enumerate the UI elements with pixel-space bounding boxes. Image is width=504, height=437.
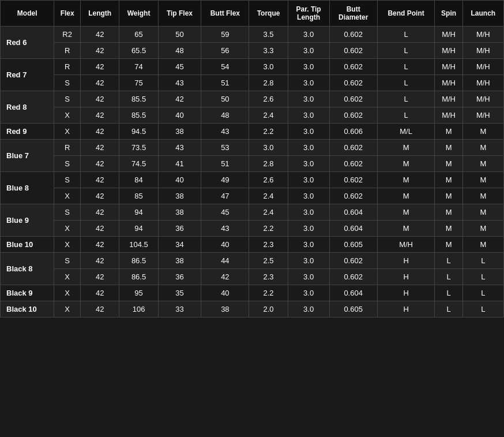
data-cell: 42	[80, 188, 119, 204]
data-cell: 34	[158, 237, 201, 253]
data-cell: L	[462, 301, 503, 318]
data-cell: 36	[158, 269, 201, 285]
data-cell: X	[54, 188, 81, 204]
data-cell: 51	[201, 75, 249, 91]
data-cell: M	[435, 188, 462, 204]
data-cell: L	[435, 301, 462, 318]
data-cell: 0.602	[329, 91, 377, 107]
data-cell: 106	[119, 301, 158, 318]
data-cell: M	[462, 172, 503, 188]
data-cell: H	[377, 253, 435, 269]
data-cell: M	[435, 156, 462, 172]
data-cell: 0.602	[329, 172, 377, 188]
table-row: Black 10X4210633382.03.00.605HLL	[1, 301, 504, 318]
data-cell: 38	[158, 204, 201, 221]
data-cell: X	[54, 269, 81, 285]
data-cell: 48	[201, 107, 249, 124]
data-cell: 0.602	[329, 107, 377, 124]
data-cell: 104.5	[119, 237, 158, 253]
data-cell: 0.602	[329, 75, 377, 91]
data-cell: M	[377, 204, 435, 221]
model-cell: Blue 7	[1, 140, 54, 172]
data-cell: 65	[119, 27, 158, 43]
data-cell: L	[435, 253, 462, 269]
data-cell: M	[377, 156, 435, 172]
column-header: Launch	[462, 1, 503, 27]
data-cell: 3.3	[249, 43, 288, 59]
table-row: Black 9X429535402.23.00.604HLL	[1, 285, 504, 301]
data-cell: 42	[80, 75, 119, 91]
data-cell: 42	[80, 237, 119, 253]
data-cell: S	[54, 172, 81, 188]
data-cell: M	[435, 124, 462, 140]
data-cell: M	[377, 221, 435, 237]
data-cell: 35	[158, 285, 201, 301]
table-row: Red 8S4285.542502.63.00.602LM/HM/H	[1, 91, 504, 107]
data-cell: M/H	[377, 237, 435, 253]
table-row: Blue 8S428440492.63.00.602MMM	[1, 172, 504, 188]
data-cell: M	[377, 172, 435, 188]
column-header: Weight	[119, 1, 158, 27]
specs-table: ModelFlexLengthWeightTip FlexButt FlexTo…	[0, 0, 504, 318]
data-cell: M	[435, 204, 462, 221]
data-cell: 0.602	[329, 59, 377, 75]
table-row: S4274.541512.83.00.602MMM	[1, 156, 504, 172]
data-cell: L	[435, 285, 462, 301]
data-cell: 3.0	[288, 285, 329, 301]
data-cell: 3.0	[288, 204, 329, 221]
data-cell: 47	[201, 188, 249, 204]
data-cell: 45	[158, 59, 201, 75]
data-cell: 3.0	[288, 237, 329, 253]
data-cell: 50	[201, 91, 249, 107]
data-cell: X	[54, 301, 81, 318]
data-cell: 3.0	[288, 269, 329, 285]
data-cell: 2.3	[249, 269, 288, 285]
data-cell: 0.602	[329, 269, 377, 285]
data-cell: 2.2	[249, 285, 288, 301]
data-cell: 0.602	[329, 43, 377, 59]
data-cell: M	[462, 156, 503, 172]
data-cell: 65.5	[119, 43, 158, 59]
data-cell: X	[54, 237, 81, 253]
data-cell: 42	[158, 91, 201, 107]
table-row: X429436432.23.00.604MMM	[1, 221, 504, 237]
data-cell: M	[462, 237, 503, 253]
column-header: ButtDiameter	[329, 1, 377, 27]
data-cell: 74.5	[119, 156, 158, 172]
data-cell: L	[462, 269, 503, 285]
data-cell: 40	[201, 285, 249, 301]
data-cell: 0.604	[329, 204, 377, 221]
data-cell: L	[377, 43, 435, 59]
data-cell: L	[377, 91, 435, 107]
model-cell: Red 9	[1, 124, 54, 140]
data-cell: 0.605	[329, 301, 377, 318]
data-cell: 43	[201, 124, 249, 140]
data-cell: M	[435, 140, 462, 156]
data-cell: 54	[201, 59, 249, 75]
column-header: Bend Point	[377, 1, 435, 27]
data-cell: 38	[201, 301, 249, 318]
data-cell: 3.0	[288, 172, 329, 188]
data-cell: 3.0	[288, 188, 329, 204]
data-cell: 44	[201, 253, 249, 269]
data-cell: 49	[201, 172, 249, 188]
data-cell: 40	[158, 107, 201, 124]
data-cell: M/H	[462, 91, 503, 107]
data-cell: M/H	[462, 59, 503, 75]
data-cell: M/H	[435, 27, 462, 43]
data-cell: M	[377, 188, 435, 204]
data-cell: 3.0	[288, 75, 329, 91]
data-cell: 3.0	[288, 156, 329, 172]
data-cell: M/H	[462, 43, 503, 59]
data-cell: L	[377, 107, 435, 124]
data-cell: S	[54, 156, 81, 172]
table-row: X4286.536422.33.00.602HLL	[1, 269, 504, 285]
data-cell: R	[54, 43, 81, 59]
data-cell: 85.5	[119, 91, 158, 107]
data-cell: M/H	[462, 75, 503, 91]
data-cell: 2.2	[249, 124, 288, 140]
data-cell: 40	[158, 172, 201, 188]
data-cell: R	[54, 59, 81, 75]
data-cell: 38	[158, 253, 201, 269]
data-cell: 3.0	[288, 253, 329, 269]
